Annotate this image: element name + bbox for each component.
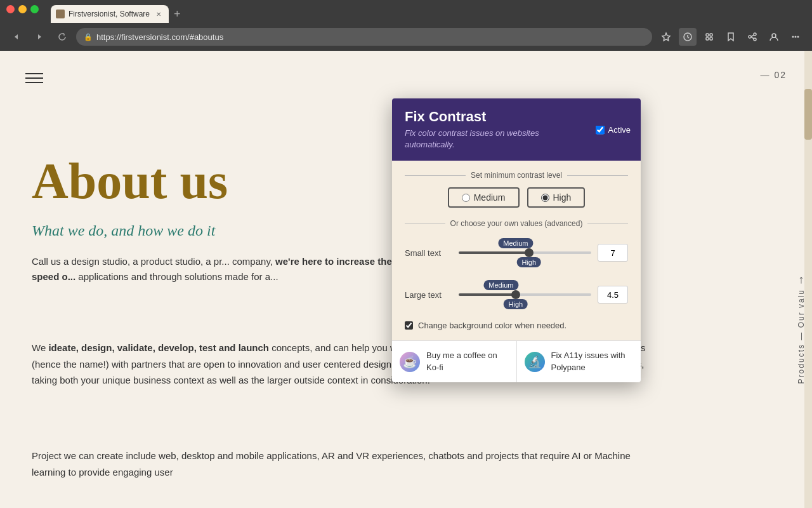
popup-body: Set minimum contrast level Medium High O… [392, 161, 641, 340]
medium-radio[interactable] [462, 194, 470, 202]
small-text-value[interactable]: 7 [598, 244, 628, 262]
star-icon[interactable] [657, 28, 675, 46]
large-text-high-tooltip: High [504, 299, 528, 309]
svg-point-12 [797, 36, 799, 38]
back-button[interactable] [8, 28, 25, 46]
polypane-text: Fix A11y issues with Polypane [551, 350, 634, 373]
small-text-row: Small text Medium Hig [405, 237, 628, 269]
background-color-checkbox[interactable] [405, 321, 413, 330]
large-text-slider-container: Medium High [459, 279, 591, 311]
active-checkbox[interactable] [596, 125, 605, 134]
side-label-text: Products — Our valu [797, 289, 806, 384]
svg-point-7 [754, 33, 756, 36]
window-controls [6, 5, 39, 13]
up-arrow-icon: ↑ [799, 273, 804, 286]
bookmark-icon[interactable] [722, 28, 740, 46]
small-text-high-tooltip: High [516, 257, 541, 267]
large-text-label: Large text [405, 290, 452, 300]
background-color-label: Change background color when needed. [418, 321, 566, 330]
contrast-radio-group: Medium High [405, 187, 628, 208]
kofi-button[interactable]: ☕ Buy me a coffee on Ko-fi [392, 341, 517, 382]
contrast-level-label: Set minimum contrast level [405, 171, 628, 180]
tab-favicon [56, 10, 65, 18]
address-bar: 🔒 https://firstversionist.com/#aboutus [0, 23, 812, 51]
about-text-1: Call us a design studio, a product studi… [32, 254, 400, 284]
high-label: High [553, 192, 572, 203]
url-bar[interactable]: 🔒 https://firstversionist.com/#aboutus [76, 28, 652, 46]
refresh-button[interactable] [53, 28, 71, 46]
window-close-button[interactable] [6, 5, 15, 13]
share-icon[interactable] [743, 28, 761, 46]
active-label: Active [608, 125, 631, 135]
kofi-icon: ☕ [400, 352, 420, 372]
page-heading: About us [32, 152, 228, 210]
extension-button[interactable] [679, 28, 697, 46]
url-text: https://firstversionist.com/#aboutus [96, 32, 645, 42]
tab-close-button[interactable]: ✕ [154, 9, 164, 19]
large-text-row: Large text Medium Hig [405, 279, 628, 311]
new-tab-button[interactable]: + [170, 5, 185, 23]
scrollbar-thumb[interactable] [804, 89, 812, 140]
medium-radio-option[interactable]: Medium [448, 187, 520, 208]
small-text-slider-fill [459, 251, 529, 254]
browser-tab[interactable]: Firstversionist, Software ✕ [51, 5, 169, 23]
advanced-label: Or choose your own values (advanced) [405, 219, 628, 228]
small-text-label: Small text [405, 248, 452, 258]
fix-contrast-popup: Fix Contrast Fix color contrast issues o… [392, 98, 641, 382]
small-text-slider-container: Medium High [459, 237, 591, 269]
window-minimize-button[interactable] [18, 5, 27, 13]
small-text-slider-track[interactable] [459, 251, 591, 254]
page-subheading: What we do, and how we do it [32, 222, 215, 239]
popup-footer: ☕ Buy me a coffee on Ko-fi 🔬 Fix A11y is… [392, 340, 641, 382]
large-text-medium-tooltip: Medium [483, 280, 518, 290]
tab-title: Firstversionist, Software [69, 10, 150, 18]
popup-header: Fix Contrast Fix color contrast issues o… [392, 98, 641, 161]
hamburger-menu[interactable] [25, 70, 43, 86]
about-text-3: Project we can create include web, deskt… [32, 448, 666, 480]
profile-icon[interactable] [765, 28, 783, 46]
large-text-slider-thumb[interactable] [511, 290, 520, 299]
large-text-slider-fill [459, 293, 516, 296]
high-radio[interactable] [541, 194, 549, 202]
svg-point-11 [795, 36, 797, 38]
toolbar-icons [657, 28, 804, 46]
svg-rect-3 [710, 34, 712, 36]
browser-chrome: Firstversionist, Software ✕ + 🔒 https://… [0, 0, 812, 51]
svg-rect-5 [710, 37, 712, 40]
side-label: ↑ Products — Our valu [797, 273, 806, 384]
active-toggle[interactable]: Active [596, 125, 631, 135]
window-maximize-button[interactable] [30, 5, 39, 13]
extensions-icon[interactable] [700, 28, 718, 46]
svg-rect-2 [706, 34, 709, 36]
popup-title: Fix Contrast [405, 109, 628, 125]
tab-bar: Firstversionist, Software ✕ + [0, 0, 812, 23]
svg-point-9 [772, 34, 776, 37]
page-number: — 02 [761, 70, 787, 80]
svg-rect-4 [706, 37, 709, 40]
medium-label: Medium [474, 192, 506, 203]
svg-marker-0 [662, 33, 670, 41]
page-content: — 02 About us What we do, and how we do … [0, 51, 812, 508]
svg-point-6 [749, 36, 751, 38]
lock-icon: 🔒 [84, 33, 93, 41]
svg-point-10 [792, 36, 794, 38]
polypane-icon: 🔬 [525, 352, 545, 372]
kofi-text: Buy me a coffee on Ko-fi [426, 350, 509, 373]
popup-subtitle: Fix color contrast issues on websites au… [405, 128, 570, 150]
polypane-button[interactable]: 🔬 Fix A11y issues with Polypane [517, 341, 641, 382]
svg-point-8 [754, 38, 756, 41]
background-color-checkbox-row: Change background color when needed. [405, 321, 628, 330]
more-options-icon[interactable] [787, 28, 804, 46]
high-radio-option[interactable]: High [527, 187, 586, 208]
forward-button[interactable] [30, 28, 48, 46]
large-text-slider-track[interactable] [459, 293, 591, 296]
small-text-slider-thumb[interactable] [525, 248, 534, 257]
small-text-medium-tooltip: Medium [498, 238, 533, 248]
large-text-value[interactable]: 4.5 [598, 286, 628, 304]
